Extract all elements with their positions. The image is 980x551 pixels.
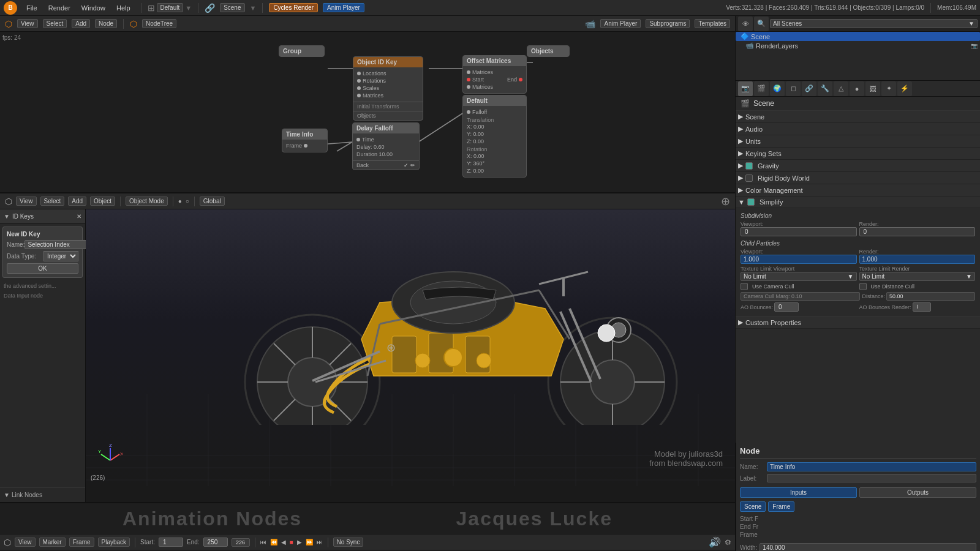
- vp-cp-value[interactable]: 1.000: [741, 255, 857, 264]
- distance-value[interactable]: 50.00: [886, 292, 975, 301]
- width-value[interactable]: 140.000: [760, 543, 976, 551]
- rigid-body-world-header[interactable]: ▶ Rigid Body World: [736, 172, 980, 184]
- tl-playback-btn[interactable]: Playback: [98, 538, 130, 547]
- units-section-header[interactable]: ▶Units: [736, 135, 980, 148]
- start-frame[interactable]: [159, 538, 183, 547]
- anim-player-btn[interactable]: Anim Player: [323, 3, 364, 12]
- rigid-body-checkbox[interactable]: [745, 174, 753, 182]
- skip-end-btn[interactable]: ⏭: [317, 539, 323, 545]
- ao-bounces-render-input[interactable]: [913, 302, 931, 312]
- audio-section-header[interactable]: ▶Audio: [736, 123, 980, 135]
- group-node[interactable]: Group: [279, 45, 325, 57]
- scene-section-header[interactable]: ▶Scene: [736, 111, 980, 123]
- nodetree-btn[interactable]: NodeTree: [142, 19, 176, 28]
- vp-cp-label: Viewport:: [741, 249, 857, 255]
- outputs-btn[interactable]: Outputs: [859, 487, 976, 498]
- frame-btn[interactable]: Frame: [768, 501, 794, 512]
- global-btn[interactable]: Global: [200, 197, 225, 206]
- prop-modifier-icon[interactable]: 🔧: [818, 81, 832, 96]
- tex-limit-vp-dropdown[interactable]: No Limit▼: [741, 272, 857, 281]
- prop-world-icon[interactable]: 🌍: [770, 81, 785, 96]
- ao-bounces-input[interactable]: [774, 302, 799, 312]
- anim-player-node[interactable]: Anim Player: [600, 19, 641, 28]
- ok-button[interactable]: OK: [7, 263, 78, 274]
- step-fwd-btn[interactable]: ⏩: [306, 539, 313, 545]
- data-type-select[interactable]: Integer Float String: [43, 251, 78, 261]
- current-frame[interactable]: 226: [232, 538, 250, 547]
- prop-material-icon[interactable]: ●: [850, 81, 864, 96]
- menu-help[interactable]: Help: [112, 3, 135, 13]
- tex-limit-render-dropdown[interactable]: No Limit▼: [859, 272, 976, 281]
- no-sync-btn[interactable]: No Sync: [333, 538, 364, 547]
- default-node[interactable]: Default Falloff Translation X: 0.00 Y: 0…: [462, 95, 527, 178]
- skip-start-btn[interactable]: ⏮: [260, 539, 266, 545]
- scene-btn[interactable]: Scene: [740, 501, 766, 512]
- scene-dropdown[interactable]: Scene: [220, 3, 244, 12]
- time-info-node[interactable]: Time Info Frame: [282, 129, 328, 152]
- prop-texture-icon[interactable]: 🖼: [865, 81, 880, 96]
- play-btn[interactable]: ▶: [297, 539, 302, 545]
- tl-view-btn[interactable]: View: [15, 538, 36, 547]
- play-reverse-btn[interactable]: ◀: [281, 539, 286, 545]
- prop-object-icon[interactable]: ◻: [786, 81, 801, 96]
- node-name-value[interactable]: Time Info: [767, 462, 976, 471]
- node-btn[interactable]: Node: [95, 19, 117, 28]
- gravity-section-header[interactable]: ▶ Gravity: [736, 160, 980, 172]
- prop-constraint-icon[interactable]: 🔗: [802, 81, 816, 96]
- templates-btn[interactable]: Templates: [695, 19, 730, 28]
- view-btn[interactable]: View: [17, 19, 38, 28]
- add-btn[interactable]: Add: [72, 19, 90, 28]
- rp-view-icon[interactable]: 👁: [738, 17, 753, 31]
- inputs-btn[interactable]: Inputs: [740, 487, 857, 498]
- end-frame[interactable]: [203, 538, 228, 547]
- scene-outliner-item[interactable]: 🔷 Scene: [736, 32, 980, 41]
- color-management-header[interactable]: ▶Color Management: [736, 184, 980, 197]
- menu-window[interactable]: Window: [77, 3, 110, 13]
- offset-matrices-node[interactable]: Offset Matrices Matrices Start End Matri…: [462, 55, 527, 94]
- simplify-checkbox[interactable]: [747, 198, 755, 206]
- object-id-key-node[interactable]: Object ID Key Locations Rotations Scales…: [353, 56, 423, 121]
- vp-add-btn[interactable]: Add: [68, 197, 86, 206]
- simplify-section-header[interactable]: ▼ Simplify: [736, 197, 980, 208]
- object-mode-btn[interactable]: Object Mode: [126, 197, 168, 206]
- prop-render-icon[interactable]: 📷: [738, 81, 753, 96]
- render-subdiv-input[interactable]: [859, 227, 976, 236]
- keying-sets-section-header[interactable]: ▶Keying Sets: [736, 148, 980, 160]
- gravity-checkbox[interactable]: [745, 162, 753, 170]
- vp-view-btn[interactable]: View: [16, 197, 37, 206]
- vp-select-btn[interactable]: Select: [40, 197, 65, 206]
- vp-object-btn[interactable]: Object: [90, 197, 115, 206]
- step-back-btn[interactable]: ⏪: [270, 539, 277, 545]
- layout-dropdown[interactable]: Default: [157, 3, 184, 12]
- prop-particles-icon[interactable]: ✦: [881, 81, 896, 96]
- select-btn[interactable]: Select: [43, 19, 67, 28]
- io-toggle: Inputs Outputs: [740, 487, 976, 498]
- audio-btn[interactable]: 🔊: [709, 536, 721, 548]
- objects-node[interactable]: Objects: [527, 45, 570, 57]
- menu-file[interactable]: File: [22, 3, 42, 13]
- distance-cull-checkbox[interactable]: [859, 283, 867, 290]
- sync-btn[interactable]: ⚙: [725, 538, 731, 547]
- camera-cull-checkbox[interactable]: [741, 283, 748, 290]
- rp-search-icon[interactable]: 🔍: [754, 17, 769, 31]
- subprograms-btn[interactable]: Subprograms: [646, 19, 690, 28]
- render-cp-value[interactable]: 1.000: [859, 255, 976, 264]
- delay-falloff-node[interactable]: Delay Falloff Time Delay: 0.60 Duration …: [352, 122, 420, 170]
- tl-frame-btn[interactable]: Frame: [69, 538, 94, 547]
- id-keys-collapse[interactable]: ✕: [77, 213, 81, 220]
- menu-render[interactable]: Render: [44, 3, 75, 13]
- node-label-value[interactable]: [767, 474, 976, 482]
- svg-point-56: [415, 353, 430, 368]
- prop-data-icon[interactable]: △: [834, 81, 848, 96]
- vp-subdiv-input[interactable]: [741, 227, 857, 236]
- engine-dropdown[interactable]: Cycles Render: [269, 3, 318, 12]
- custom-properties-header[interactable]: ▶Custom Properties: [736, 317, 980, 329]
- scene-dropdown-right[interactable]: All Scenes▼: [770, 19, 978, 28]
- render-layers-item[interactable]: 📹 RenderLayers 📷: [736, 41, 980, 50]
- prop-physics-icon[interactable]: ⚡: [897, 81, 912, 96]
- stop-btn[interactable]: ■: [290, 539, 293, 545]
- prop-scene-icon[interactable]: 🎬: [754, 81, 769, 96]
- viewport-3d[interactable]: ⊕ (226) X Y Z: [86, 209, 735, 486]
- tl-marker-btn[interactable]: Marker: [39, 538, 66, 547]
- node-graph[interactable]: fps: 24 Group: [0, 32, 735, 192]
